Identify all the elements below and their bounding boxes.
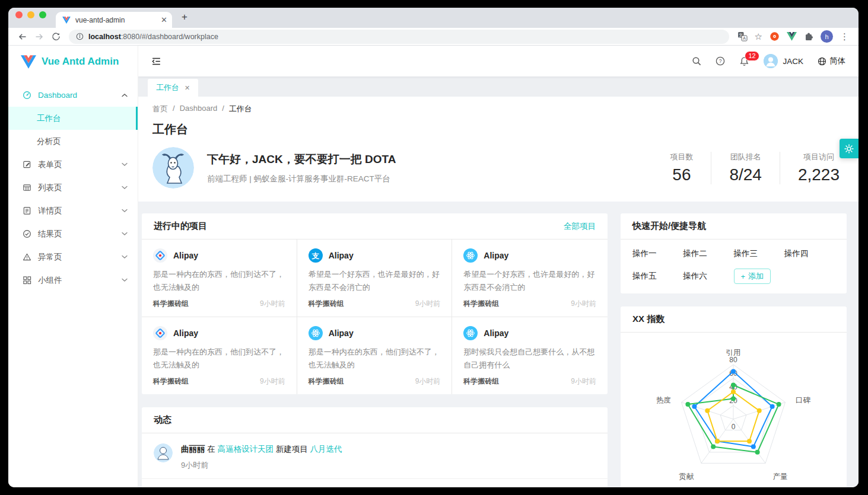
quicknav-link[interactable]: 操作三 — [734, 248, 784, 259]
activities-card: 动态 曲丽丽 在 高逼格设计天团 新建项目 八月迭代9小时前付晓晓 在 高逼格设… — [142, 407, 608, 487]
project-group-link[interactable]: 科学搬砖组 — [463, 299, 499, 309]
project-updated-time: 9小时前 — [571, 376, 596, 387]
browser-window: vue-antd-admin ✕ + localhost:8080/#/dash… — [8, 8, 859, 487]
sidebar-item-workbench[interactable]: 工作台 — [8, 107, 138, 130]
url-field[interactable]: localhost:8080/#/dashboard/workplace — [69, 30, 729, 44]
chevron-down-icon — [122, 162, 128, 167]
projects-grid: Alipay那是一种内在的东西，他们到达不了，也无法触及的科学搬砖组9小时前支A… — [142, 239, 608, 394]
user-avatar — [764, 54, 778, 68]
back-icon[interactable] — [15, 30, 30, 44]
project-group-link[interactable]: 科学搬砖组 — [153, 299, 189, 309]
greeting-subtitle: 前端工程师 | 蚂蚁金服-计算服务事业群-REACT平台 — [207, 174, 396, 184]
quicknav-link[interactable]: 操作一 — [632, 248, 683, 259]
sidebar-item-result[interactable]: 结果页 — [8, 222, 138, 245]
app-header: ? 12 JACK — [138, 46, 859, 76]
sidebar-item-detail[interactable]: 详情页 — [8, 199, 138, 222]
svg-text:热度: 热度 — [656, 396, 671, 404]
sidebar-item-list[interactable]: 列表页 — [8, 176, 138, 199]
zoom-window-button[interactable] — [39, 11, 46, 18]
project-group-link[interactable]: 科学搬砖组 — [463, 376, 499, 387]
browser-tab[interactable]: vue-antd-admin ✕ — [56, 12, 172, 28]
project-name[interactable]: Alipay — [484, 251, 508, 260]
menu-fold-icon[interactable] — [151, 56, 161, 66]
project-name[interactable]: Alipay — [329, 328, 354, 338]
reload-icon[interactable] — [49, 30, 63, 44]
app-logo[interactable]: Vue Antd Admin — [8, 46, 138, 78]
svg-text:口碑: 口碑 — [796, 396, 811, 404]
activity-text: 曲丽丽 在 高逼格设计天团 新建项目 八月迭代 — [181, 443, 342, 455]
quicknav-card-title: 快速开始/便捷导航 — [632, 221, 706, 232]
breadcrumb-item[interactable]: 首页 — [152, 104, 168, 114]
project-card-cell[interactable]: Alipay那时候我只会想自己想要什么，从不想自己拥有什么科学搬砖组9小时前 — [452, 317, 608, 394]
project-group-link[interactable]: 科学搬砖组 — [309, 376, 344, 387]
new-tab-button[interactable]: + — [177, 9, 192, 25]
project-name[interactable]: Alipay — [173, 251, 198, 260]
sidebar-item-label: Dashboard — [38, 91, 77, 100]
project-name[interactable]: Alipay — [329, 251, 354, 260]
react-icon — [309, 326, 323, 340]
sidebar-item-label: 小组件 — [38, 275, 62, 286]
svg-text:贡献: 贡献 — [679, 472, 694, 481]
page-tab-close-icon[interactable]: ✕ — [185, 84, 190, 92]
browser-menu-icon[interactable]: ⋮ — [840, 31, 849, 42]
chevron-down-icon — [122, 278, 128, 282]
theme-settings-button[interactable] — [840, 139, 859, 158]
widget-icon — [23, 276, 31, 285]
project-description: 那时候我只会想自己想要什么，从不想自己拥有什么 — [463, 346, 596, 371]
activity-avatar — [154, 443, 173, 462]
quicknav-link[interactable]: 操作六 — [683, 271, 733, 282]
project-description: 那是一种内在的东西，他们到达不了，也无法触及的 — [153, 268, 285, 293]
plus-icon: + — [741, 272, 746, 281]
help-icon[interactable]: ? — [716, 56, 725, 66]
activity-link[interactable]: 高逼格设计天团 — [218, 445, 274, 454]
notification-bell-icon[interactable]: 12 — [739, 56, 749, 66]
activities-card-title: 动态 — [154, 414, 171, 426]
project-card-cell[interactable]: 支Alipay希望是一个好东西，也许是最好的，好东西是不会消亡的科学搬砖组9小时… — [297, 239, 453, 317]
projects-card: 进行中的项目 全部项目 Alipay那是一种内在的东西，他们到达不了，也无法触及… — [142, 213, 608, 394]
vue-devtools-icon[interactable] — [787, 32, 797, 41]
site-info-icon[interactable] — [76, 33, 84, 40]
bookmark-star-icon[interactable]: ☆ — [755, 31, 762, 42]
browser-profile-avatar[interactable]: h — [821, 30, 833, 43]
all-projects-link[interactable]: 全部项目 — [564, 221, 596, 232]
quicknav-link[interactable]: 操作二 — [683, 248, 733, 259]
sidebar-item-widget[interactable]: 小组件 — [8, 269, 138, 292]
project-group-link[interactable]: 科学搬砖组 — [153, 376, 189, 387]
project-card-cell[interactable]: Alipay希望是一个好东西，也许是最好的，好东西是不会消亡的科学搬砖组9小时前 — [452, 239, 608, 317]
language-switcher[interactable]: 简体 — [818, 56, 845, 66]
tab-close-icon[interactable]: ✕ — [161, 16, 167, 24]
profile-icon — [23, 206, 31, 215]
chevron-down-icon — [122, 209, 128, 213]
quicknav-link[interactable]: 操作五 — [632, 271, 683, 282]
breadcrumb-separator: / — [173, 104, 175, 114]
minimize-window-button[interactable] — [27, 11, 34, 18]
close-window-button[interactable] — [15, 11, 23, 18]
extensions-puzzle-icon[interactable] — [804, 32, 813, 41]
project-name[interactable]: Alipay — [484, 328, 508, 338]
add-operation-button[interactable]: +添加 — [734, 269, 771, 284]
search-icon[interactable] — [692, 56, 701, 66]
extension-orange-icon[interactable] — [770, 31, 780, 41]
dashboard-icon — [23, 91, 31, 100]
sidebar-item-label: 详情页 — [38, 206, 62, 216]
forward-icon[interactable] — [32, 30, 46, 44]
sidebar-item-dashboard[interactable]: Dashboard — [8, 84, 138, 107]
user-menu[interactable]: JACK — [764, 54, 803, 68]
sidebar-item-form[interactable]: 表单页 — [8, 153, 138, 176]
project-card-cell[interactable]: Alipay那是一种内在的东西，他们到达不了，也无法触及的科学搬砖组9小时前 — [142, 239, 297, 317]
page-tab-workbench[interactable]: 工作台 ✕ — [148, 79, 198, 97]
translate-icon[interactable]: 文A — [737, 31, 748, 41]
stat-value: 56 — [670, 165, 693, 184]
sidebar-item-analysis[interactable]: 分析页 — [8, 130, 138, 153]
breadcrumb-item[interactable]: Dashboard — [180, 104, 218, 114]
vue-favicon — [62, 17, 71, 24]
project-card-cell[interactable]: Alipay那是一种内在的东西，他们到达不了，也无法触及的科学搬砖组9小时前 — [297, 317, 453, 394]
sidebar-item-exception[interactable]: 异常页 — [8, 245, 138, 269]
project-description: 那是一种内在的东西，他们到达不了，也无法触及的 — [153, 346, 285, 371]
quicknav-link[interactable]: 操作四 — [784, 248, 835, 259]
stat-label: 项目访问 — [798, 152, 840, 162]
project-card-cell[interactable]: Alipay那是一种内在的东西，他们到达不了，也无法触及的科学搬砖组9小时前 — [142, 317, 297, 394]
activity-link[interactable]: 八月迭代 — [310, 445, 342, 454]
project-group-link[interactable]: 科学搬砖组 — [309, 299, 344, 309]
project-name[interactable]: Alipay — [173, 328, 198, 338]
